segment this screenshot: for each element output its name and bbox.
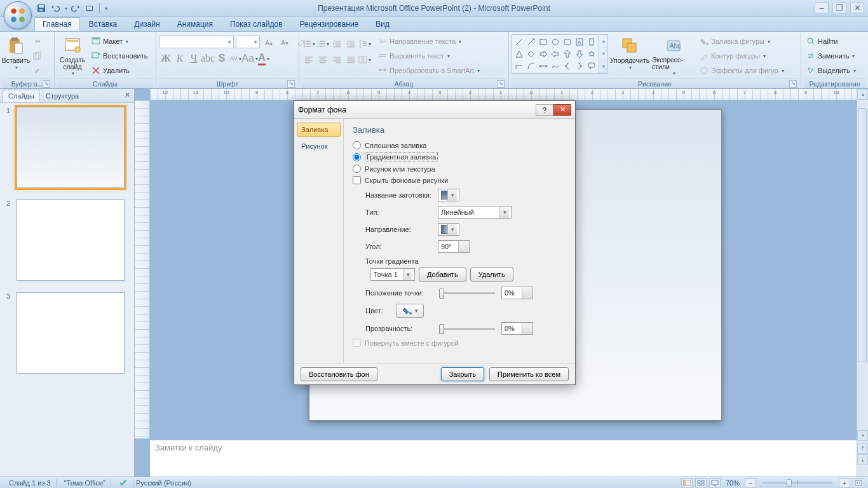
transparency-slider[interactable] [439,328,495,330]
align-text-button[interactable]: Выровнять текст▾ [376,49,482,63]
remove-stop-button[interactable]: Удалить [470,268,513,281]
thumb-1[interactable]: 1 [6,107,128,188]
panel-close[interactable]: ✕ [125,91,130,99]
cut-button[interactable]: ✂ [31,34,44,48]
view-sorter[interactable] [695,478,707,487]
thumb-3[interactable]: 3 [6,292,128,374]
zoom-slider[interactable] [763,482,832,484]
radio-gradient[interactable]: Градиентная заливка [353,152,566,161]
qat-undo[interactable] [50,3,61,14]
position-slider[interactable] [439,292,495,294]
tab-design[interactable]: Дизайн [126,17,168,31]
align-center[interactable] [316,53,330,67]
panel-tab-outline[interactable]: Структура [40,90,85,102]
vertical-scrollbar[interactable]: ▴ ▾ ⭱ ⭳ [857,89,868,477]
align-right[interactable] [330,53,344,67]
select-button[interactable]: Выделить▾ [804,64,858,78]
bold-button[interactable]: Ж [159,51,173,65]
scroll-thumb[interactable] [858,108,867,362]
delete-slide-button[interactable]: Удалить [89,64,149,78]
close-button[interactable]: ✕ [850,2,864,13]
paste-button[interactable]: Вставить ▾ [3,34,29,72]
notes-pane[interactable]: Заметки к слайду [150,440,857,477]
tab-home[interactable]: Главная [34,17,80,31]
strikethrough-button[interactable]: abc [201,51,215,65]
decrease-indent[interactable] [330,37,344,51]
shrink-font[interactable]: A▾ [278,36,292,50]
qat-repeat[interactable] [84,3,95,14]
panel-tab-slides[interactable]: Слайды [3,90,40,102]
font-size-combo[interactable] [236,36,260,48]
shape-fill-button[interactable]: Заливка фигуры▾ [697,34,786,48]
shapes-gallery[interactable]: A [512,34,599,74]
qat-save[interactable] [36,3,47,14]
fit-window[interactable] [853,478,864,487]
position-slider-thumb[interactable] [439,288,444,299]
radio-solid[interactable]: Сплошная заливка [353,141,566,149]
text-direction-button[interactable]: IIAНаправление текста▾ [376,34,482,48]
check-hide-bg[interactable]: Скрыть фоновые рисунки [353,176,566,184]
align-left[interactable] [302,53,316,67]
add-stop-button[interactable]: Добавить [419,268,466,281]
status-language[interactable]: Русский (Россия) [136,479,191,487]
next-slide[interactable]: ⭳ [857,454,868,465]
increase-indent[interactable] [344,37,358,51]
clipboard-launcher[interactable]: ↘ [43,80,50,88]
transparency-slider-thumb[interactable] [439,324,444,334]
color-picker[interactable] [396,304,424,318]
thumb-2[interactable]: 2 [6,200,128,281]
shape-effects-button[interactable]: Эффекты для фигур▾ [697,64,786,78]
apply-all-button[interactable]: Применить ко всем [489,367,569,381]
grow-font[interactable]: A▴ [262,36,276,50]
status-spellcheck[interactable] [114,479,133,487]
dialog-close-button[interactable]: ✕ [553,104,571,116]
view-normal[interactable] [681,478,693,487]
tab-review[interactable]: Рецензирование [292,17,367,31]
arrange-button[interactable]: Упорядочить▾ [609,34,650,72]
zoom-value[interactable]: 70% [726,479,740,487]
tab-insert[interactable]: Вставка [81,17,126,31]
font-color-button[interactable]: A▾ [257,51,271,65]
shapes-scroll[interactable]: ▴▾▾ [599,34,608,74]
line-spacing[interactable]: ▾ [358,37,372,51]
tab-animation[interactable]: Анимация [169,17,221,31]
copy-button[interactable] [31,49,44,63]
nav-fill[interactable]: Заливка [297,123,341,137]
radio-picture[interactable]: Рисунок или текстура [353,165,566,173]
qat-customize[interactable]: ▾ [105,6,107,11]
drawing-launcher[interactable]: ↘ [789,80,797,88]
format-painter-button[interactable] [31,64,44,78]
zoom-in[interactable]: + [839,478,850,487]
angle-spinner[interactable]: 90°▴▾ [438,240,470,253]
change-case-button[interactable]: Aa▾ [243,51,257,65]
restore-button[interactable]: ❐ [832,2,846,13]
close-dialog-button[interactable]: Закрыть [441,367,484,381]
quick-styles-button[interactable]: Abc Экспресс-стили▾ [651,34,696,78]
preset-combo[interactable] [438,189,459,201]
smartart-button[interactable]: Преобразовать в SmartArt▾ [376,64,482,78]
stop-combo[interactable]: Точка 1 [370,268,415,281]
qat-redo[interactable] [70,3,81,14]
replace-button[interactable]: Заменить▾ [804,49,858,63]
bullets-button[interactable]: ▾ [302,37,316,51]
underline-button[interactable]: Ч [187,51,201,65]
paragraph-launcher[interactable]: ↘ [497,80,505,88]
prev-slide[interactable]: ⭱ [857,443,868,454]
position-spinner[interactable]: 0%▴▾ [501,287,533,299]
font-launcher[interactable]: ↘ [287,80,295,88]
qat-undo-menu[interactable]: ▾ [65,6,67,11]
transparency-spinner[interactable]: 0%▴▾ [501,322,533,335]
view-slideshow[interactable] [709,478,721,487]
shadow-button[interactable]: S [215,51,229,65]
nav-picture[interactable]: Рисунок [297,139,341,153]
shape-outline-button[interactable]: Контур фигуры▾ [697,49,786,63]
zoom-out[interactable]: − [745,478,756,487]
scroll-up[interactable]: ▴ [857,89,868,100]
reset-button[interactable]: Восстановить [89,49,149,63]
columns[interactable]: ▾ [358,53,372,67]
char-spacing-button[interactable]: AV▾ [229,51,243,65]
dialog-help-button[interactable]: ? [536,104,553,116]
italic-button[interactable]: К [173,51,187,65]
font-name-combo[interactable] [159,36,234,48]
new-slide-button[interactable]: Создать слайд ▾ [57,34,88,78]
